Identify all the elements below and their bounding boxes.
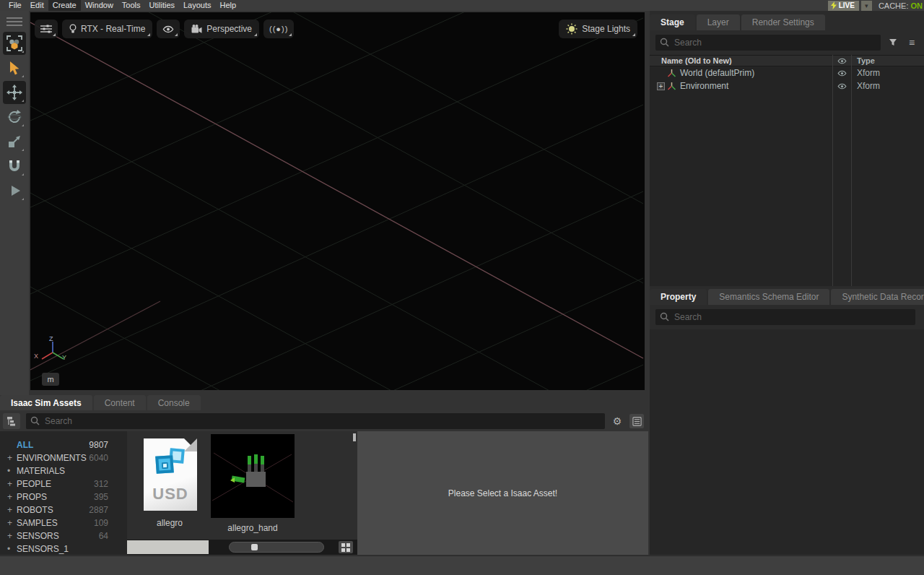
filter-funnel-icon: [889, 38, 897, 47]
settings-button[interactable]: ⚙: [611, 415, 624, 428]
capture-icon: ((●)): [269, 25, 288, 33]
tab-property[interactable]: Property: [650, 289, 707, 305]
axis-gizmo[interactable]: Z X Y: [36, 337, 69, 367]
camera-button[interactable]: Perspective: [184, 20, 259, 38]
selection-mode-button[interactable]: [3, 32, 26, 55]
property-body: [650, 329, 924, 555]
menu-help[interactable]: Help: [216, 0, 241, 11]
stage-tree-header[interactable]: Name (Old to New) Type: [650, 55, 924, 66]
menu-file[interactable]: File: [4, 0, 26, 11]
assets-search-input[interactable]: [26, 413, 605, 429]
assets-horizontal-scrollbar[interactable]: [127, 540, 209, 554]
grid-view-button[interactable]: [339, 541, 353, 553]
lightbulb-icon: [69, 24, 77, 34]
live-dropdown-button[interactable]: ▾: [861, 1, 872, 11]
usd-file-icon: USD: [130, 434, 209, 515]
asset-label: allegro_hand: [211, 523, 295, 533]
tab-content[interactable]: Content: [94, 395, 146, 410]
stage-row-world[interactable]: World (defaultPrim) Xform: [650, 66, 924, 79]
visibility-column-icon: [837, 58, 847, 64]
live-label: LIVE: [839, 1, 855, 9]
tab-stage[interactable]: Stage: [650, 14, 695, 30]
tree-view-icon: [6, 416, 17, 426]
select-tool-button[interactable]: [3, 56, 26, 79]
right-panel: Stage Layer Render Settings ≡ Name (Old …: [650, 11, 924, 555]
renderer-button[interactable]: RTX - Real-Time: [62, 20, 152, 38]
prim-type: Xform: [851, 68, 924, 78]
viewport-settings-button[interactable]: [35, 20, 58, 38]
cache-status: CACHE: ON: [879, 1, 923, 10]
asset-allegro[interactable]: USD allegro: [130, 434, 209, 528]
play-button[interactable]: [3, 179, 26, 202]
menu-window[interactable]: Window: [81, 0, 118, 11]
category-tree-toggle-button[interactable]: [3, 413, 20, 429]
menu-tools[interactable]: Tools: [118, 0, 145, 11]
selection-mode-icon: [6, 35, 22, 51]
tab-console[interactable]: Console: [147, 395, 201, 410]
eye-icon: [162, 25, 174, 33]
scale-icon: [7, 134, 22, 149]
tab-render-settings[interactable]: Render Settings: [741, 14, 825, 30]
stage-row-environment[interactable]: + Environment Xform: [650, 79, 924, 92]
viewport-canvas[interactable]: RTX - Real-Time Perspective ((●)): [30, 12, 645, 390]
scale-tool-button[interactable]: [3, 130, 26, 153]
cache-value: ON: [911, 1, 923, 10]
expand-toggle[interactable]: +: [657, 82, 665, 90]
tab-layer[interactable]: Layer: [697, 14, 740, 30]
menu-edit[interactable]: Edit: [26, 0, 48, 11]
category-environments[interactable]: +ENVIRONMENTS6040: [0, 451, 127, 464]
stage-lights-button[interactable]: Stage Lights: [559, 20, 637, 38]
asset-allegro-hand[interactable]: allegro_hand: [211, 434, 295, 533]
stage-search-input[interactable]: [655, 35, 881, 51]
snap-tool-button[interactable]: [3, 155, 26, 178]
tab-isaac-sim-assets[interactable]: Isaac Sim Assets: [0, 395, 92, 410]
hamburger-icon: ≡: [909, 37, 915, 48]
rotate-tool-button[interactable]: [3, 105, 26, 129]
tool-sidebar: [0, 11, 29, 395]
category-robots[interactable]: +ROBOTS2887: [0, 503, 127, 516]
category-samples[interactable]: +SAMPLES109: [0, 516, 127, 529]
capture-button[interactable]: ((●)): [263, 20, 294, 38]
search-icon: [660, 312, 669, 321]
category-materials[interactable]: •MATERIALS: [0, 464, 127, 477]
visibility-toggle[interactable]: [837, 68, 847, 79]
tab-synthetic-data-recorder[interactable]: Synthetic Data Recorder: [831, 289, 924, 305]
assets-vertical-scrollbar[interactable]: [353, 433, 356, 441]
filter-button[interactable]: [886, 36, 899, 49]
view-options-button[interactable]: [629, 414, 644, 428]
search-icon: [30, 416, 40, 425]
category-sensors-1[interactable]: •SENSORS_1: [0, 542, 127, 555]
live-button[interactable]: LIVE: [828, 1, 859, 11]
axis-z-label: Z: [49, 335, 53, 342]
visibility-toggle[interactable]: [837, 81, 847, 92]
prim-name: Environment: [680, 81, 728, 91]
category-people[interactable]: +PEOPLE312: [0, 477, 127, 490]
axis-y-label: Y: [62, 354, 66, 361]
category-sensors[interactable]: +SENSORS64: [0, 529, 127, 542]
thumbnail-size-slider[interactable]: [229, 542, 324, 553]
move-tool-button[interactable]: [3, 81, 26, 104]
visibility-button[interactable]: [157, 20, 180, 38]
column-type: Type: [851, 56, 924, 65]
stage-lights-label: Stage Lights: [582, 24, 630, 34]
eye-icon: [837, 70, 847, 77]
tab-semantics-schema-editor[interactable]: Semantics Schema Editor: [708, 289, 829, 305]
lightning-bolt-icon: [831, 1, 837, 9]
asset-detail-panel: Please Select a Isaac Asset!: [357, 431, 648, 555]
ground-grid: [30, 12, 645, 390]
category-props[interactable]: +PROPS395: [0, 490, 127, 503]
asset-grid-bottom-bar: [127, 540, 357, 555]
slider-handle[interactable]: [251, 544, 258, 550]
category-all[interactable]: ALL9807: [0, 438, 127, 451]
menu-create[interactable]: Create: [48, 0, 81, 11]
stage-options-button[interactable]: ≡: [905, 36, 918, 49]
asset-label: allegro: [130, 518, 209, 528]
unit-badge[interactable]: m: [42, 373, 59, 386]
menu-utilities[interactable]: Utilities: [145, 0, 179, 11]
select-asset-message: Please Select a Isaac Asset!: [448, 488, 557, 498]
toolbar-drag-handle[interactable]: [6, 15, 22, 28]
property-search-input[interactable]: [655, 309, 915, 325]
menu-layouts[interactable]: Layouts: [179, 0, 216, 11]
assets-tab-bar: Isaac Sim Assets Content Console: [0, 395, 648, 410]
menu-bar: File Edit Create Window Tools Utilities …: [0, 0, 924, 11]
